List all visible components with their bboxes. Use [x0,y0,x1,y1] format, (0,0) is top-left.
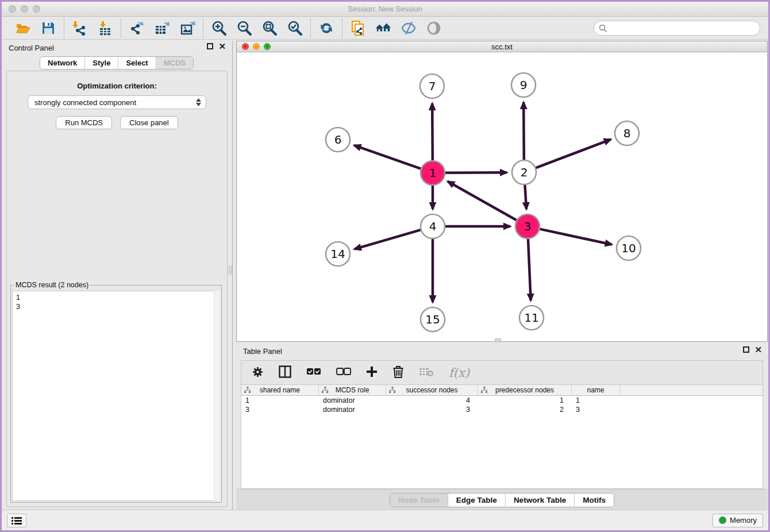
node-1[interactable]: 1 [421,161,445,185]
vertical-splitter-grip[interactable] [229,266,232,274]
table-settings-gear-icon[interactable] [252,366,264,380]
horizontal-splitter-grip[interactable] [495,338,501,342]
tab-select[interactable]: Select [118,57,155,69]
column-header-successor-nodes[interactable]: successor nodes [386,385,478,395]
table-toolbar: f(x) [241,360,763,384]
cell[interactable]: 3 [241,405,319,414]
column-header-predecessor-nodes[interactable]: predecessor nodes [478,385,572,395]
cell[interactable]: 3 [386,405,478,414]
network-close-button[interactable]: × [242,43,249,50]
cell[interactable]: 1 [572,396,620,405]
node-14[interactable]: 14 [326,242,350,266]
export-image-icon[interactable] [179,20,195,36]
mcds-result-text[interactable]: 1 3 [12,291,220,501]
zoom-selected-icon[interactable] [287,20,303,36]
float-panel-icon[interactable] [207,43,213,49]
tab-edge-table[interactable]: Edge Table [448,494,505,507]
cell[interactable]: 4 [386,396,478,405]
node-11[interactable]: 11 [519,306,544,330]
node-3[interactable]: 3 [515,214,540,238]
float-table-panel-icon[interactable] [743,346,749,353]
tab-node-table[interactable]: Node Table [390,494,448,507]
memory-label: Memory [730,516,757,525]
edge-1-2[interactable] [445,172,507,173]
network-canvas[interactable]: 7968124314101511 [237,52,767,341]
cell[interactable]: 3 [572,405,620,414]
tab-motifs[interactable]: Motifs [574,494,614,507]
edge-3-1[interactable] [448,182,517,220]
save-icon[interactable] [40,20,56,36]
cell[interactable]: dominator [319,396,386,405]
edge-3-11[interactable] [528,239,531,300]
network-minimize-button[interactable]: – [253,43,260,50]
cell[interactable]: 1 [478,396,572,405]
window-controls [9,5,40,13]
optimization-criterion-select[interactable]: strongly connected component [28,95,206,109]
delete-column-trash-icon[interactable] [392,365,404,380]
open-folder-icon[interactable] [15,20,31,36]
column-header-shared-name[interactable]: shared name [241,385,319,395]
edge-3-10[interactable] [540,229,612,245]
add-column-icon[interactable] [366,366,378,379]
cell[interactable]: 1 [241,396,319,405]
node-10[interactable]: 10 [617,236,641,260]
tab-network[interactable]: Network [40,57,84,69]
houses-icon[interactable] [375,20,391,36]
column-view-icon[interactable] [279,365,291,380]
function-builder-icon[interactable]: f(x) [449,366,469,380]
edge-1-6[interactable] [354,145,421,169]
column-header-name[interactable]: name [572,385,620,395]
import-network-icon[interactable] [72,20,88,36]
zoom-fit-icon[interactable] [261,20,278,36]
maximize-window-button[interactable] [33,5,40,13]
tab-style[interactable]: Style [84,57,118,69]
select-all-checkboxes-icon[interactable] [306,368,321,377]
optimization-criterion-label: Optimization criterion: [7,82,227,90]
window-title: Session: New Session [2,5,768,13]
zoom-in-icon[interactable] [211,20,227,36]
edge-2-8[interactable] [536,140,611,168]
node-2[interactable]: 2 [512,160,536,184]
network-maximize-button[interactable]: + [264,43,271,50]
duplicate-network-icon[interactable] [350,20,366,36]
zoom-out-icon[interactable] [236,20,252,36]
main-toolbar [2,17,768,40]
close-table-panel-icon[interactable]: ✕ [754,346,762,353]
memory-button[interactable]: Memory [713,514,763,527]
birds-eye-view-icon[interactable] [426,20,442,36]
edge-1-7[interactable] [432,103,433,160]
close-panel-icon[interactable]: ✕ [218,43,226,49]
node-15[interactable]: 15 [421,307,445,331]
import-table-icon[interactable] [97,20,113,36]
vertical-splitter[interactable] [232,41,233,510]
minimize-window-button[interactable] [21,5,28,13]
node-6[interactable]: 6 [326,128,350,152]
node-7[interactable]: 7 [420,74,444,98]
table-row[interactable]: 1dominator411 [241,396,763,405]
task-history-button[interactable] [7,514,26,527]
table-row[interactable]: 3dominator323 [241,405,763,414]
node-9[interactable]: 9 [511,73,536,97]
cell[interactable]: dominator [319,405,386,414]
edge-4-14[interactable] [355,230,421,249]
close-panel-button[interactable]: Close panel [120,116,178,129]
node-4[interactable]: 4 [421,214,445,238]
refresh-icon[interactable] [318,20,334,36]
export-table-icon[interactable] [154,20,170,36]
status-bar: Memory [2,510,768,530]
deselect-all-checkboxes-icon[interactable] [336,368,351,377]
search-input[interactable] [594,21,760,36]
edge-2-3[interactable] [525,185,526,209]
export-network-icon[interactable] [129,20,145,36]
tab-network-table[interactable]: Network Table [505,494,574,507]
cell[interactable]: 2 [478,405,572,414]
close-window-button[interactable] [9,5,16,13]
tab-mcds[interactable]: MCDS [156,57,193,69]
delete-table-icon[interactable] [419,367,434,379]
hide-graphics-details-icon[interactable] [401,20,417,36]
run-mcds-button[interactable]: Run MCDS [56,116,112,129]
result-scrollbar[interactable] [214,291,220,501]
node-8[interactable]: 8 [615,121,639,145]
edge-2-9[interactable] [523,102,524,160]
column-header-MCDS-role[interactable]: MCDS role [319,385,386,395]
